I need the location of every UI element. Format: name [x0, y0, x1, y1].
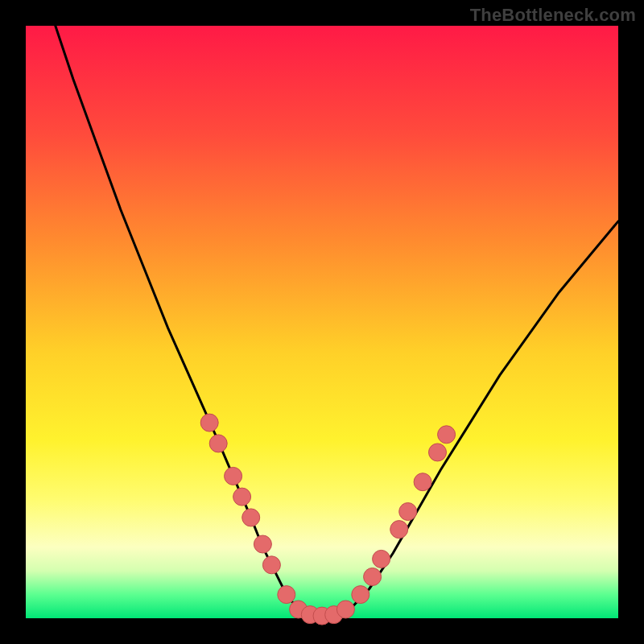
curve-marker	[373, 550, 390, 568]
curve-marker	[414, 473, 431, 491]
curve-marker	[429, 444, 447, 461]
bottleneck-curve	[56, 26, 618, 617]
curve-marker	[200, 414, 218, 431]
curve-marker	[364, 568, 382, 586]
curve-marker	[390, 521, 408, 539]
curve-marker	[336, 601, 354, 618]
curve-marker	[399, 503, 417, 521]
curve-marker	[233, 488, 251, 506]
curve-marker	[242, 509, 260, 526]
curve-marker	[254, 535, 271, 553]
curve-marker	[262, 556, 280, 574]
curve-marker	[278, 586, 295, 604]
curve-marker	[352, 586, 369, 604]
curve-marker	[438, 426, 456, 444]
curve-marker	[225, 467, 242, 485]
watermark-text: TheBottleneck.com	[470, 5, 636, 26]
curve-marker	[209, 435, 227, 452]
chart-plot-area	[26, 26, 618, 618]
chart-frame: TheBottleneck.com	[0, 0, 644, 644]
curve-markers	[200, 414, 455, 625]
chart-svg	[26, 26, 618, 618]
